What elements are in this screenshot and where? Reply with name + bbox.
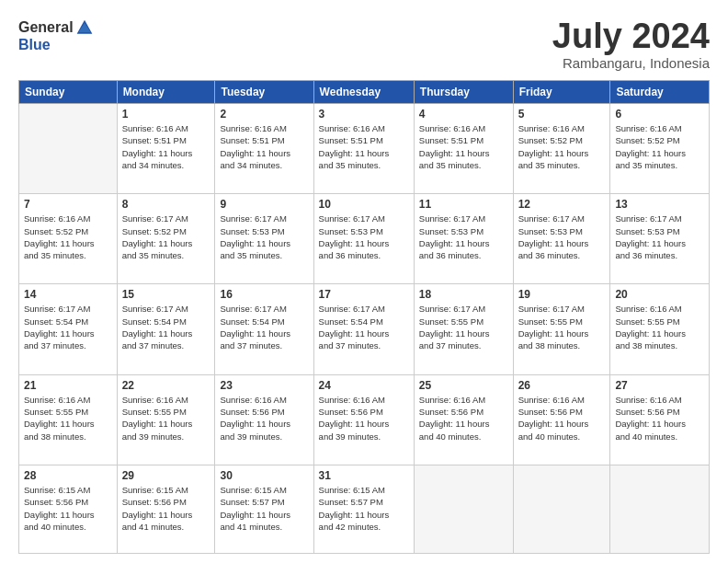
day-info: Sunrise: 6:16 AM Sunset: 5:51 PM Dayligh… (419, 122, 508, 171)
table-cell: 21Sunrise: 6:16 AM Sunset: 5:55 PM Dayli… (19, 374, 118, 465)
day-info: Sunrise: 6:16 AM Sunset: 5:56 PM Dayligh… (319, 394, 409, 442)
day-info: Sunrise: 6:16 AM Sunset: 5:52 PM Dayligh… (615, 122, 704, 171)
day-number: 4 (419, 108, 508, 121)
day-info: Sunrise: 6:17 AM Sunset: 5:53 PM Dayligh… (419, 213, 508, 261)
day-info: Sunrise: 6:16 AM Sunset: 5:56 PM Dayligh… (220, 394, 308, 442)
day-info: Sunrise: 6:17 AM Sunset: 5:53 PM Dayligh… (518, 213, 606, 261)
day-info: Sunrise: 6:16 AM Sunset: 5:56 PM Dayligh… (615, 394, 704, 442)
day-info: Sunrise: 6:16 AM Sunset: 5:56 PM Dayligh… (419, 394, 508, 442)
day-number: 7 (24, 198, 112, 211)
day-number: 11 (419, 198, 508, 211)
day-number: 13 (615, 198, 704, 211)
table-cell (19, 104, 118, 194)
day-info: Sunrise: 6:16 AM Sunset: 5:55 PM Dayligh… (122, 394, 210, 442)
table-cell: 9Sunrise: 6:17 AM Sunset: 5:53 PM Daylig… (215, 194, 313, 284)
day-info: Sunrise: 6:17 AM Sunset: 5:53 PM Dayligh… (220, 213, 308, 261)
day-info: Sunrise: 6:17 AM Sunset: 5:54 PM Dayligh… (24, 303, 112, 351)
day-number: 18 (419, 288, 508, 301)
day-number: 26 (518, 379, 606, 392)
table-cell: 17Sunrise: 6:17 AM Sunset: 5:54 PM Dayli… (313, 284, 414, 374)
table-cell: 18Sunrise: 6:17 AM Sunset: 5:55 PM Dayli… (414, 284, 513, 374)
day-number: 14 (24, 288, 112, 301)
day-info: Sunrise: 6:16 AM Sunset: 5:51 PM Dayligh… (319, 122, 409, 171)
table-cell: 25Sunrise: 6:16 AM Sunset: 5:56 PM Dayli… (414, 374, 513, 465)
day-number: 22 (122, 379, 210, 392)
day-info: Sunrise: 6:16 AM Sunset: 5:52 PM Dayligh… (518, 122, 606, 171)
table-cell: 24Sunrise: 6:16 AM Sunset: 5:56 PM Dayli… (313, 374, 414, 465)
logo-blue: Blue (18, 37, 51, 52)
header-thursday: Thursday (414, 81, 513, 104)
calendar-header-row: Sunday Monday Tuesday Wednesday Thursday… (19, 81, 710, 104)
day-number: 5 (518, 108, 606, 121)
header-monday: Monday (117, 81, 215, 104)
day-number: 3 (319, 108, 409, 121)
day-number: 8 (122, 198, 210, 211)
table-cell: 7Sunrise: 6:16 AM Sunset: 5:52 PM Daylig… (19, 194, 118, 284)
table-cell: 31Sunrise: 6:15 AM Sunset: 5:57 PM Dayli… (313, 465, 414, 553)
day-number: 29 (122, 469, 210, 482)
table-cell: 27Sunrise: 6:16 AM Sunset: 5:56 PM Dayli… (610, 374, 710, 465)
day-number: 24 (319, 379, 409, 392)
day-number: 31 (319, 469, 409, 482)
table-cell: 1Sunrise: 6:16 AM Sunset: 5:51 PM Daylig… (117, 104, 215, 194)
table-cell (513, 465, 610, 553)
day-info: Sunrise: 6:15 AM Sunset: 5:57 PM Dayligh… (220, 484, 308, 533)
logo-icon (75, 18, 94, 37)
day-number: 28 (24, 469, 112, 482)
day-number: 27 (615, 379, 704, 392)
day-info: Sunrise: 6:17 AM Sunset: 5:53 PM Dayligh… (615, 213, 704, 261)
table-cell: 8Sunrise: 6:17 AM Sunset: 5:52 PM Daylig… (117, 194, 215, 284)
table-cell: 14Sunrise: 6:17 AM Sunset: 5:54 PM Dayli… (19, 284, 118, 374)
logo: General Blue (18, 18, 94, 53)
table-cell: 23Sunrise: 6:16 AM Sunset: 5:56 PM Dayli… (215, 374, 313, 465)
day-info: Sunrise: 6:16 AM Sunset: 5:52 PM Dayligh… (24, 213, 112, 261)
table-cell: 10Sunrise: 6:17 AM Sunset: 5:53 PM Dayli… (313, 194, 414, 284)
month-title: July 2024 (552, 18, 710, 53)
day-number: 12 (518, 198, 606, 211)
title-section: July 2024 Rambangaru, Indonesia (552, 18, 710, 71)
table-cell: 28Sunrise: 6:15 AM Sunset: 5:56 PM Dayli… (19, 465, 118, 553)
header-tuesday: Tuesday (215, 81, 313, 104)
day-info: Sunrise: 6:16 AM Sunset: 5:51 PM Dayligh… (122, 122, 210, 171)
table-cell: 5Sunrise: 6:16 AM Sunset: 5:52 PM Daylig… (513, 104, 610, 194)
header: General Blue July 2024 Rambangaru, Indon… (18, 18, 710, 71)
table-cell: 6Sunrise: 6:16 AM Sunset: 5:52 PM Daylig… (610, 104, 710, 194)
day-info: Sunrise: 6:17 AM Sunset: 5:52 PM Dayligh… (122, 213, 210, 261)
day-number: 21 (24, 379, 112, 392)
table-cell: 29Sunrise: 6:15 AM Sunset: 5:56 PM Dayli… (117, 465, 215, 553)
day-info: Sunrise: 6:16 AM Sunset: 5:51 PM Dayligh… (220, 122, 308, 171)
day-number: 17 (319, 288, 409, 301)
table-cell: 22Sunrise: 6:16 AM Sunset: 5:55 PM Dayli… (117, 374, 215, 465)
table-cell: 12Sunrise: 6:17 AM Sunset: 5:53 PM Dayli… (513, 194, 610, 284)
header-saturday: Saturday (610, 81, 710, 104)
day-info: Sunrise: 6:17 AM Sunset: 5:55 PM Dayligh… (518, 303, 606, 351)
header-sunday: Sunday (19, 81, 118, 104)
day-number: 1 (122, 108, 210, 121)
day-info: Sunrise: 6:15 AM Sunset: 5:57 PM Dayligh… (319, 484, 409, 533)
table-cell (610, 465, 710, 553)
table-cell: 2Sunrise: 6:16 AM Sunset: 5:51 PM Daylig… (215, 104, 313, 194)
day-info: Sunrise: 6:16 AM Sunset: 5:56 PM Dayligh… (518, 394, 606, 442)
day-number: 20 (615, 288, 704, 301)
logo-general: General (18, 19, 74, 36)
table-cell: 26Sunrise: 6:16 AM Sunset: 5:56 PM Dayli… (513, 374, 610, 465)
day-info: Sunrise: 6:15 AM Sunset: 5:56 PM Dayligh… (122, 484, 210, 533)
calendar: Sunday Monday Tuesday Wednesday Thursday… (18, 80, 710, 554)
table-cell: 13Sunrise: 6:17 AM Sunset: 5:53 PM Dayli… (610, 194, 710, 284)
page: General Blue July 2024 Rambangaru, Indon… (0, 0, 728, 563)
day-info: Sunrise: 6:16 AM Sunset: 5:55 PM Dayligh… (615, 303, 704, 351)
day-number: 15 (122, 288, 210, 301)
header-wednesday: Wednesday (313, 81, 414, 104)
table-cell: 16Sunrise: 6:17 AM Sunset: 5:54 PM Dayli… (215, 284, 313, 374)
table-cell: 15Sunrise: 6:17 AM Sunset: 5:54 PM Dayli… (117, 284, 215, 374)
table-cell: 3Sunrise: 6:16 AM Sunset: 5:51 PM Daylig… (313, 104, 414, 194)
table-cell (414, 465, 513, 553)
day-number: 10 (319, 198, 409, 211)
table-cell: 4Sunrise: 6:16 AM Sunset: 5:51 PM Daylig… (414, 104, 513, 194)
svg-marker-1 (78, 23, 90, 32)
day-number: 30 (220, 469, 308, 482)
day-number: 16 (220, 288, 308, 301)
day-number: 9 (220, 198, 308, 211)
header-friday: Friday (513, 81, 610, 104)
day-info: Sunrise: 6:16 AM Sunset: 5:55 PM Dayligh… (24, 394, 112, 442)
